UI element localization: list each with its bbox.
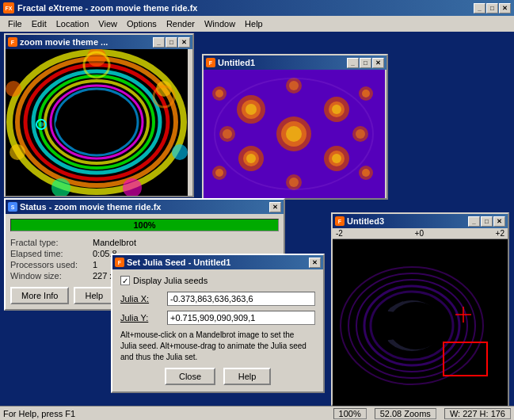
fractal-2-canvas[interactable] <box>204 70 385 198</box>
fractal-1-canvas[interactable] <box>6 49 188 196</box>
julia-checkbox-row: ✓ Display Julia seeds <box>120 276 315 285</box>
zoom-percent-panel: 100% <box>333 408 367 419</box>
minimize-button[interactable]: _ <box>474 3 485 13</box>
progress-text: 100% <box>11 220 278 231</box>
fractal-3-canvas[interactable] <box>333 239 508 412</box>
svg-point-32 <box>332 105 341 114</box>
julia-close-btn[interactable]: ✕ <box>309 258 321 268</box>
julia-x-input[interactable] <box>167 292 315 306</box>
app-icon: FX <box>3 2 14 13</box>
close-button[interactable]: ✕ <box>499 3 511 13</box>
svg-point-20 <box>55 116 74 132</box>
fractal-3-close[interactable]: ✕ <box>493 216 505 227</box>
status-title-bar[interactable]: S Status - zoom movie theme ride.fx ✕ <box>6 200 284 214</box>
svg-point-48 <box>223 129 232 139</box>
menu-options[interactable]: Options <box>122 17 162 30</box>
svg-point-40 <box>215 90 223 97</box>
svg-point-11 <box>172 144 188 160</box>
fractal-1-close[interactable]: ✕ <box>178 37 190 48</box>
status-icon: S <box>8 202 17 212</box>
julia-x-row: Julia X: <box>120 292 315 306</box>
fractal-1-title: zoom movie theme ... <box>20 37 108 47</box>
fractal-type-value: Mandelbrot <box>93 238 279 247</box>
window-size-label: Window size: <box>10 271 89 281</box>
display-julia-label: Display Julia seeds <box>133 276 208 285</box>
zooms-panel: 52.08 Zooms <box>375 408 436 419</box>
svg-point-60 <box>371 311 405 340</box>
fractal-1-minimize[interactable]: _ <box>153 37 165 48</box>
fractal-2-maximize[interactable]: □ <box>360 58 371 68</box>
status-help-button[interactable]: Help <box>74 287 114 304</box>
julia-title-bar[interactable]: F Set Julia Seed - Untitled1 ✕ <box>112 255 323 269</box>
more-info-button[interactable]: More Info <box>10 287 69 304</box>
coord-left: -2 <box>336 229 343 238</box>
processors-label: Processors used: <box>10 260 89 269</box>
main-title-bar: FX Fractal eXtreme - zoom movie theme ri… <box>0 0 514 16</box>
elapsed-label: Elapsed time: <box>10 249 89 258</box>
svg-point-42 <box>362 90 370 97</box>
main-window-title: Fractal eXtreme - zoom movie theme ride.… <box>17 3 197 13</box>
fractal-2-title-bar[interactable]: F Untitled1 _ □ ✕ <box>204 55 386 70</box>
svg-point-35 <box>332 154 341 163</box>
svg-point-46 <box>215 169 223 177</box>
menu-window[interactable]: Window <box>200 17 240 30</box>
svg-point-54 <box>289 178 299 187</box>
coord-mid: +0 <box>415 229 424 238</box>
menu-location[interactable]: Location <box>51 17 94 30</box>
svg-point-29 <box>246 104 257 115</box>
dimensions-value: W: 227 H: 176 <box>450 409 505 418</box>
julia-dialog-title: Set Julia Seed - Untitled1 <box>127 258 230 267</box>
menu-edit[interactable]: Edit <box>27 17 51 30</box>
help-text: For Help, press F1 <box>3 409 75 418</box>
fractal-window-2: F Untitled1 _ □ ✕ <box>202 54 388 200</box>
julia-y-label: Julia Y: <box>120 313 164 323</box>
status-title-text: Status - zoom movie theme ride.fx <box>20 202 161 212</box>
fractal-3-coords: -2 +0 +2 <box>333 228 508 239</box>
svg-point-22 <box>39 122 44 127</box>
svg-point-50 <box>356 129 365 139</box>
fractal-2-icon: F <box>206 58 215 67</box>
zooms-value: 52.08 Zooms <box>380 409 431 418</box>
fractal-3-title-bar[interactable]: F Untitled3 _ □ ✕ <box>333 214 508 228</box>
progress-bar-container: 100% <box>10 219 279 231</box>
fractal-1-maximize[interactable]: □ <box>166 37 177 48</box>
fractal-2-minimize[interactable]: _ <box>347 58 359 68</box>
julia-y-row: Julia Y: <box>120 311 315 325</box>
julia-close-button[interactable]: Close <box>165 368 215 385</box>
svg-point-14 <box>10 144 25 160</box>
display-julia-checkbox[interactable]: ✓ <box>120 276 130 285</box>
svg-point-38 <box>246 154 256 163</box>
julia-dialog: F Set Julia Seed - Untitled1 ✕ ✓ Display… <box>111 254 325 393</box>
fractal-3-maximize[interactable]: □ <box>481 216 493 227</box>
julia-info-text: Alt+mouse-click on a Mandelbrot image to… <box>120 330 315 363</box>
fractal-window-1: F zoom movie theme ... _ □ ✕ <box>4 33 194 197</box>
coord-right: +2 <box>496 229 504 238</box>
julia-y-input[interactable] <box>167 311 315 325</box>
menu-help[interactable]: Help <box>240 17 268 30</box>
svg-point-15 <box>6 81 21 97</box>
fractal-window-3: F Untitled3 _ □ ✕ -2 +0 +2 <box>331 212 509 406</box>
julia-dialog-icon: F <box>115 258 124 267</box>
menu-view[interactable]: View <box>93 17 122 30</box>
menu-file[interactable]: File <box>3 17 27 30</box>
julia-dialog-buttons: Close Help <box>120 368 315 385</box>
fractal-3-title: Untitled3 <box>347 216 384 226</box>
fractal-1-icon: F <box>8 37 17 47</box>
maximize-button[interactable]: □ <box>486 3 498 13</box>
fractal-type-label: Fractal type: <box>10 238 89 247</box>
fractal-3-minimize[interactable]: _ <box>468 216 480 227</box>
menu-render[interactable]: Render <box>162 17 200 30</box>
julia-x-label: Julia X: <box>120 294 164 304</box>
dimensions-panel: W: 227 H: 176 <box>444 408 511 419</box>
bottom-status-bar: For Help, press F1 100% 52.08 Zooms W: 2… <box>0 406 514 420</box>
svg-point-26 <box>286 126 302 142</box>
svg-point-52 <box>289 81 299 90</box>
fractal-2-title: Untitled1 <box>218 58 255 67</box>
svg-point-44 <box>362 169 370 177</box>
fractal-3-icon: F <box>335 216 345 226</box>
status-close[interactable]: ✕ <box>269 202 281 212</box>
julia-help-button[interactable]: Help <box>223 368 271 385</box>
fractal-2-close[interactable]: ✕ <box>372 58 384 68</box>
fractal-1-title-bar[interactable]: F zoom movie theme ... _ □ ✕ <box>6 35 192 49</box>
julia-content: ✓ Display Julia seeds Julia X: Julia Y: … <box>112 269 323 391</box>
